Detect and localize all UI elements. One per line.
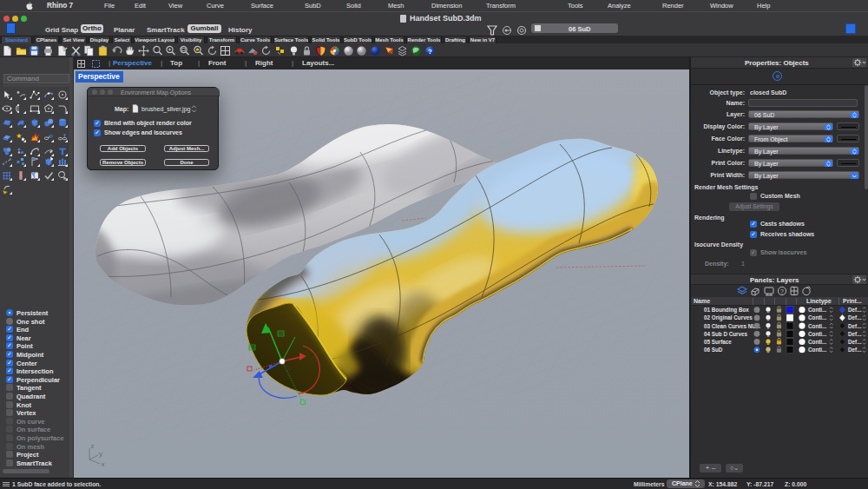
svg-text:03 Clean Curves NU...: 03 Clean Curves NU... [704, 323, 760, 329]
svg-text:Conti...: Conti... [808, 314, 827, 320]
svg-text:Def...: Def... [848, 307, 862, 313]
svg-text:z: z [91, 442, 95, 450]
svg-text:Def...: Def... [848, 314, 862, 320]
svg-text:Def...: Def... [848, 331, 862, 337]
svg-text:02 Original Curves: 02 Original Curves [704, 314, 753, 321]
svg-text:01 Bounding Box: 01 Bounding Box [704, 307, 749, 314]
svg-text:Conti...: Conti... [808, 323, 827, 329]
svg-text:Conti...: Conti... [808, 339, 827, 345]
svg-text:x: x [102, 460, 105, 468]
svg-text:04 Sub D Curves: 04 Sub D Curves [704, 331, 748, 337]
svg-text:?: ? [428, 48, 432, 56]
svg-text:y: y [99, 450, 102, 458]
svg-text:?: ? [780, 288, 784, 294]
svg-text:Conti...: Conti... [808, 347, 827, 353]
svg-text:05 Surface: 05 Surface [704, 339, 732, 345]
svg-text:06 SuD: 06 SuD [704, 347, 723, 353]
svg-text:Conti...: Conti... [808, 331, 827, 337]
svg-text:Def...: Def... [848, 347, 862, 353]
svg-text:Conti...: Conti... [808, 307, 827, 313]
svg-text:Def...: Def... [848, 323, 862, 329]
svg-text:Def...: Def... [848, 339, 862, 345]
